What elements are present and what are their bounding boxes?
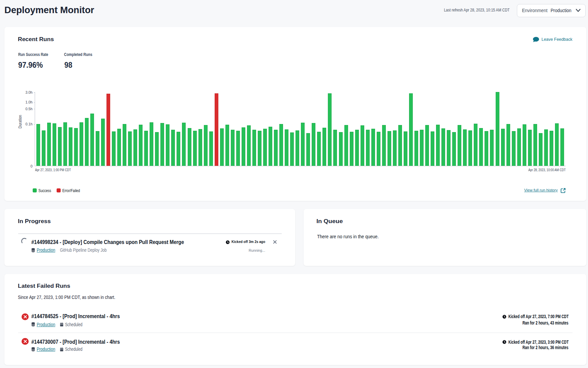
svg-text:Duration: Duration [18, 115, 23, 128]
